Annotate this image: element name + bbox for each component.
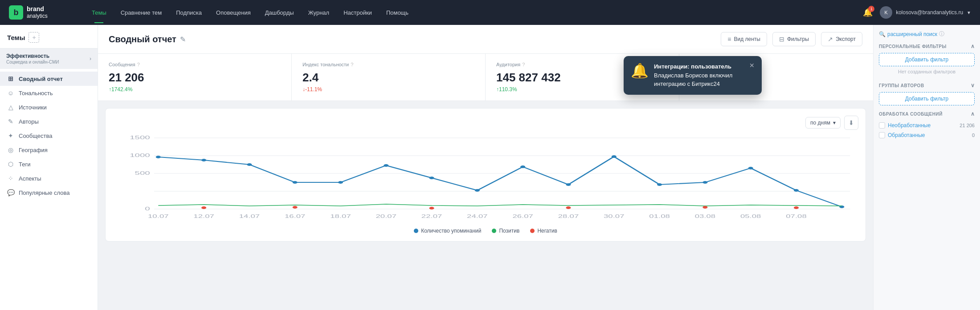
filter-label: Обработанные — [888, 132, 925, 138]
nav-item-temy[interactable]: Темы — [86, 6, 113, 20]
sidebar-item-geografiya[interactable]: ◎ География — [0, 143, 98, 157]
close-icon[interactable]: ✕ — [749, 62, 755, 68]
nav-item-sravnenie[interactable]: Сравнение тем — [114, 6, 168, 20]
avatar: K — [880, 6, 892, 19]
sidebar-section-efficiency[interactable]: Эффективность Соцмедиа и онлайн-СМИ › — [0, 48, 98, 69]
svg-point-11 — [247, 163, 252, 166]
notification-text: Интеграции: пользователь Владислав Борис… — [654, 62, 744, 89]
sidebar-item-label: Сообщества — [19, 133, 53, 139]
svg-point-25 — [201, 206, 206, 209]
export-button[interactable]: ↗ Экспорт — [821, 32, 862, 46]
sidebar-item-avtory[interactable]: ✎ Авторы — [0, 114, 98, 129]
nav-item-podpiska[interactable]: Подписка — [170, 6, 208, 20]
sidebar-section-title: Эффективность — [6, 53, 59, 59]
svg-text:0: 0 — [145, 206, 150, 211]
download-button[interactable]: ⬇ — [844, 116, 858, 130]
svg-text:28.07: 28.07 — [558, 214, 579, 219]
sidebar-item-tonalnost[interactable]: ☺ Тональность — [0, 86, 98, 100]
svg-point-18 — [566, 183, 571, 186]
communities-icon: ✦ — [7, 132, 14, 139]
notification-body: Владислав Борисов включил интеграцию с Б… — [654, 71, 744, 89]
header-actions: ≡ Вид ленты ⊟ Фильтры ↗ Экспорт — [721, 32, 862, 46]
sidebar-item-popularnyye-slova[interactable]: 💬 Популярные слова — [0, 185, 98, 200]
nav-item-nastroyki[interactable]: Настройки — [337, 6, 378, 20]
sidebar-item-tegi[interactable]: ⬡ Теги — [0, 157, 98, 171]
legend-dot-mentions — [414, 229, 418, 233]
svg-point-30 — [794, 206, 799, 209]
collapse-icon[interactable]: ∨ — [971, 82, 975, 89]
add-author-filter-button[interactable]: Добавить фильтр — [879, 92, 975, 105]
message-processing-title: ОБРАБОТКА СООБЩЕНИЙ — [879, 112, 943, 117]
svg-point-28 — [566, 206, 571, 209]
advanced-search-link[interactable]: 🔍 расширенный поиск ⓘ — [879, 30, 975, 38]
legend-dot-negative — [530, 229, 535, 233]
nav-items: Темы Сравнение тем Подписка Оповещения Д… — [86, 6, 863, 20]
authors-icon: ✎ — [7, 118, 14, 125]
svg-point-13 — [338, 181, 343, 184]
filter-item-processed[interactable]: Обработанные 0 — [879, 130, 975, 140]
svg-text:07.08: 07.08 — [786, 214, 807, 219]
help-icon[interactable]: ? — [351, 62, 353, 67]
logo-area: b brand analytics — [9, 5, 71, 20]
metric-change: ↓-11.1% — [302, 86, 474, 93]
main-layout: Темы + Эффективность Соцмедиа и онлайн-С… — [0, 25, 980, 310]
nav-item-opovescheniya[interactable]: Оповещения — [210, 6, 257, 20]
chevron-down-icon: ▼ — [967, 10, 971, 15]
content-area: 🔔 Интеграции: пользователь Владислав Бор… — [98, 25, 873, 310]
svg-text:22.07: 22.07 — [421, 214, 442, 219]
add-personal-filter-button[interactable]: Добавить фильтр — [879, 53, 975, 66]
metric-change: ↑1742.4% — [109, 86, 281, 93]
legend-positive: Позитив — [492, 228, 519, 234]
svg-point-23 — [794, 189, 799, 192]
help-icon[interactable]: ? — [137, 62, 140, 67]
sidebar-section-sub: Соцмедиа и онлайн-СМИ — [6, 60, 59, 64]
checkbox-processed[interactable] — [879, 132, 885, 138]
svg-text:500: 500 — [135, 170, 150, 176]
bell-button[interactable]: 🔔 1 — [863, 8, 873, 17]
nav-item-zhurnal[interactable]: Журнал — [302, 6, 335, 20]
filters-button[interactable]: ⊟ Фильтры — [772, 32, 816, 46]
metric-label-text: Аудитория — [496, 62, 520, 67]
filter-count: 21 206 — [960, 123, 975, 128]
sidebar-item-svodniy-otchet[interactable]: ⊞ Сводный отчет — [0, 72, 98, 86]
svg-text:05.08: 05.08 — [740, 214, 761, 219]
sidebar-nav: ⊞ Сводный отчет ☺ Тональность △ Источник… — [0, 69, 98, 202]
checkbox-unprocessed[interactable] — [879, 122, 885, 129]
add-topic-button[interactable]: + — [29, 32, 39, 43]
collapse-icon[interactable]: ∧ — [971, 43, 975, 49]
user-menu[interactable]: K kolosova@brandanalytics.ru ▼ — [880, 6, 971, 19]
notification-popup: 🔔 Интеграции: пользователь Владислав Бор… — [624, 56, 762, 95]
sidebar-item-istochniki[interactable]: △ Источники — [0, 100, 98, 114]
sidebar-header: Темы + — [0, 25, 98, 48]
sidebar-item-soobshchestva[interactable]: ✦ Сообщества — [0, 129, 98, 143]
chevron-down-icon: ▾ — [833, 120, 836, 126]
filter-label: Необработанные — [888, 122, 931, 129]
svg-text:01.08: 01.08 — [649, 214, 670, 219]
svg-point-17 — [520, 165, 525, 168]
metric-value: 21 206 — [109, 71, 281, 85]
help-icon[interactable]: ? — [522, 62, 525, 67]
nav-item-dashbordy[interactable]: Дашборды — [259, 6, 300, 20]
svg-point-12 — [293, 181, 298, 184]
metric-messages: Сообщения ? 21 206 ↑1742.4% — [98, 54, 292, 101]
svg-text:1000: 1000 — [130, 153, 150, 158]
svg-point-16 — [475, 189, 480, 192]
edit-button[interactable]: ✎ — [180, 35, 186, 44]
sidebar-item-aspekty[interactable]: ⁘ Аспекты — [0, 171, 98, 185]
svg-point-21 — [702, 181, 707, 184]
sidebar-item-label: Источники — [19, 104, 47, 111]
svg-point-29 — [702, 206, 707, 209]
notification-title: Интеграции: пользователь — [654, 62, 744, 71]
collapse-icon[interactable]: ∧ — [971, 111, 975, 117]
personal-filters-title: ПЕРСОНАЛЬНЫЕ ФИЛЬТРЫ — [879, 44, 947, 49]
nav-item-pomosh[interactable]: Помощь — [380, 6, 415, 20]
period-select[interactable]: по дням ▾ — [805, 117, 841, 129]
metric-value: 2.4 — [302, 71, 474, 85]
filter-item-unprocessed[interactable]: Необработанные 21 206 — [879, 121, 975, 130]
legend-label: Позитив — [499, 228, 519, 234]
message-processing-section: ОБРАБОТКА СООБЩЕНИЙ ∧ Необработанные 21 … — [879, 111, 975, 140]
bell-badge: 1 — [868, 6, 874, 12]
chart-svg: 1500 1000 500 0 — [113, 133, 858, 222]
feed-view-button[interactable]: ≡ Вид ленты — [721, 32, 767, 46]
chart-wrapper: по дням ▾ ⬇ 1500 1000 5 — [105, 108, 866, 242]
